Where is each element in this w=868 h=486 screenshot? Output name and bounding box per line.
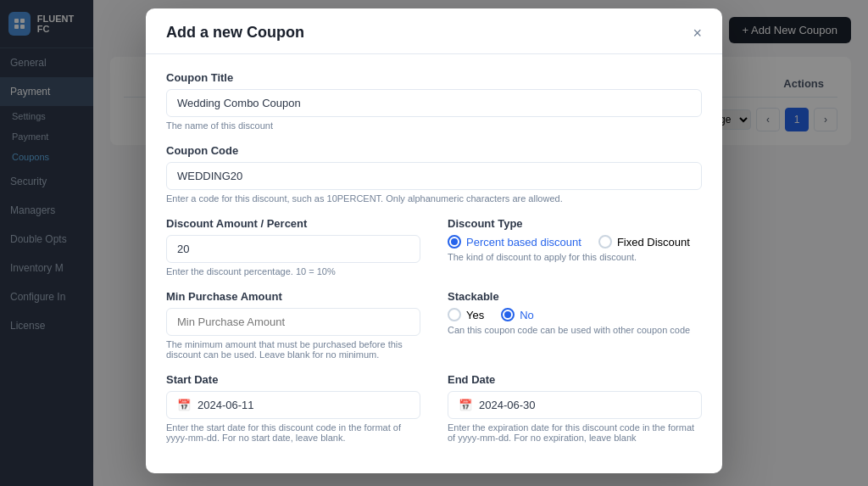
modal-title: Add a new Coupon bbox=[166, 24, 304, 42]
coupon-code-group: Coupon Code Enter a code for this discou… bbox=[166, 144, 702, 204]
app-background: FLUENT FC General Payment Settings Payme… bbox=[0, 0, 868, 486]
end-date-calendar-icon: 📅 bbox=[459, 399, 472, 411]
coupon-title-input[interactable] bbox=[166, 89, 702, 117]
start-date-calendar-icon: 📅 bbox=[177, 399, 191, 411]
discount-type-hint: The kind of discount to apply for this d… bbox=[448, 252, 702, 262]
discount-type-label: Discount Type bbox=[448, 217, 702, 230]
modal-overlay: Add a new Coupon × Coupon Title The name… bbox=[0, 0, 868, 486]
discount-amount-input[interactable] bbox=[166, 235, 420, 263]
radio-percent[interactable]: Percent based discount bbox=[448, 235, 581, 249]
min-purchase-col: Min Purchase Amount The minimum amount t… bbox=[166, 290, 420, 360]
coupon-title-hint: The name of this discount bbox=[166, 120, 702, 131]
dates-row: Start Date 📅 Enter the start date for th… bbox=[166, 373, 702, 443]
radio-no-label: No bbox=[520, 309, 534, 321]
min-purchase-label: Min Purchase Amount bbox=[166, 290, 420, 303]
discount-amount-label: Discount Amount / Percent bbox=[166, 217, 420, 230]
stackable-label: Stackable bbox=[448, 290, 702, 303]
end-date-col: End Date 📅 Enter the expiration date for… bbox=[448, 373, 702, 443]
discount-row: Discount Amount / Percent Enter the disc… bbox=[166, 217, 702, 277]
radio-yes-label: Yes bbox=[466, 309, 484, 321]
end-date-input[interactable] bbox=[479, 399, 691, 411]
radio-percent-circle bbox=[448, 235, 461, 249]
radio-stackable-no[interactable]: No bbox=[501, 308, 534, 321]
coupon-title-label: Coupon Title bbox=[166, 71, 702, 84]
radio-yes-circle bbox=[448, 308, 461, 321]
modal: Add a new Coupon × Coupon Title The name… bbox=[146, 8, 722, 473]
end-date-label: End Date bbox=[448, 373, 702, 386]
min-purchase-hint: The minimum amount that must be purchase… bbox=[166, 339, 420, 360]
coupon-code-input[interactable] bbox=[166, 162, 702, 190]
discount-amount-hint: Enter the discount percentage. 10 = 10% bbox=[166, 266, 420, 277]
min-purchase-input[interactable] bbox=[166, 308, 420, 336]
stackable-radio-group: Yes No bbox=[448, 308, 702, 321]
discount-type-radio-group: Percent based discount Fixed Discount bbox=[448, 235, 702, 249]
radio-percent-label: Percent based discount bbox=[466, 236, 581, 249]
start-date-label: Start Date bbox=[166, 373, 420, 386]
coupon-title-group: Coupon Title The name of this discount bbox=[166, 71, 702, 131]
start-date-input[interactable] bbox=[198, 399, 409, 411]
start-date-hint: Enter the start date for this discount c… bbox=[166, 422, 420, 443]
start-date-col: Start Date 📅 Enter the start date for th… bbox=[166, 373, 420, 443]
modal-header: Add a new Coupon × bbox=[146, 8, 722, 54]
radio-fixed[interactable]: Fixed Discount bbox=[598, 235, 690, 249]
radio-no-circle bbox=[501, 308, 515, 321]
radio-fixed-circle bbox=[598, 235, 612, 249]
start-date-wrap[interactable]: 📅 bbox=[166, 391, 420, 419]
discount-amount-col: Discount Amount / Percent Enter the disc… bbox=[166, 217, 420, 277]
radio-stackable-yes[interactable]: Yes bbox=[448, 308, 484, 321]
stackable-hint: Can this coupon code can be used with ot… bbox=[448, 325, 702, 335]
min-purchase-row: Min Purchase Amount The minimum amount t… bbox=[166, 290, 702, 360]
stackable-col: Stackable Yes No Can this coupon cod bbox=[448, 290, 702, 360]
end-date-wrap[interactable]: 📅 bbox=[448, 391, 702, 419]
modal-body: Coupon Title The name of this discount C… bbox=[146, 54, 722, 473]
discount-type-col: Discount Type Percent based discount Fix… bbox=[448, 217, 702, 277]
radio-fixed-label: Fixed Discount bbox=[617, 236, 690, 249]
modal-close-button[interactable]: × bbox=[693, 25, 702, 41]
coupon-code-hint: Enter a code for this discount, such as … bbox=[166, 193, 702, 204]
coupon-code-label: Coupon Code bbox=[166, 144, 702, 157]
end-date-hint: Enter the expiration date for this disco… bbox=[448, 422, 702, 443]
